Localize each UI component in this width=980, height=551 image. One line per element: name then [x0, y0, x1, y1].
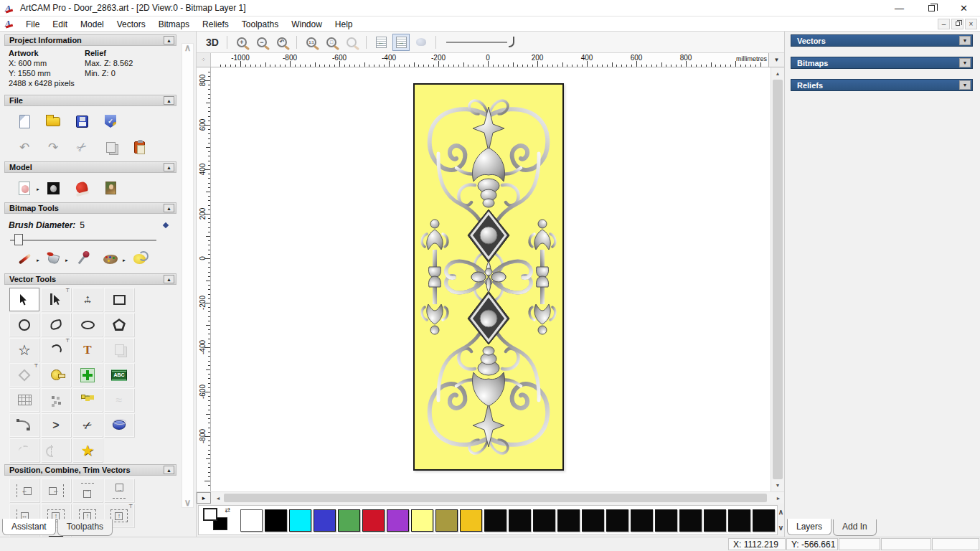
scroll-right-arrow-icon[interactable]: ► — [773, 492, 784, 504]
tab-toolpaths[interactable]: Toolpaths — [57, 519, 113, 536]
toggle-bitmap-visibility-button[interactable] — [413, 34, 430, 51]
greyscale-view-button[interactable] — [39, 177, 67, 199]
create-polyline-button[interactable] — [41, 313, 71, 336]
collapse-button[interactable]: ▲ — [164, 163, 174, 171]
colour-swatch-21[interactable] — [753, 509, 775, 532]
create-sharp-corner-button[interactable]: > — [41, 413, 71, 437]
create-ellipse-button[interactable] — [72, 313, 103, 336]
envelope-distort-button[interactable] — [9, 388, 39, 412]
menu-file[interactable]: File — [19, 18, 46, 31]
colour-swatch-14[interactable] — [582, 509, 604, 532]
colour-swatch-16[interactable] — [631, 509, 653, 532]
lighting-and-material-button[interactable] — [67, 177, 96, 199]
tab-layers[interactable]: Layers — [787, 519, 831, 535]
offset-vector-button[interactable]: ⊤ — [9, 363, 39, 387]
paste-button[interactable] — [125, 136, 154, 158]
colour-swatch-1[interactable] — [265, 509, 287, 532]
menu-edit[interactable]: Edit — [46, 18, 74, 31]
wrap-vectors-button[interactable]: ★ — [72, 438, 103, 462]
mdi-restore-icon[interactable] — [951, 19, 963, 29]
menu-window[interactable]: Window — [285, 18, 329, 31]
brush-diameter-slider[interactable] — [3, 230, 178, 246]
minimize-icon[interactable]: — — [883, 0, 915, 16]
zoom-to-fit-button[interactable] — [323, 34, 340, 51]
palette-scrollbar[interactable]: ∧ ∨ — [778, 505, 784, 535]
menu-bitmaps[interactable]: Bitmaps — [152, 18, 196, 31]
align-bottom-edge-button[interactable]: ↓ — [104, 479, 134, 502]
align-top-edge-button[interactable]: ↑ — [72, 479, 103, 502]
paint-brush-button[interactable]: ► — [10, 248, 39, 270]
palette-scroll-down-icon[interactable]: ∨ — [778, 524, 783, 532]
zoom-1-to-1-button[interactable] — [303, 34, 320, 51]
fit-arcs-to-vector-button[interactable] — [72, 388, 103, 412]
door-relief-artwork[interactable] — [413, 83, 564, 471]
close-icon[interactable]: ✕ — [948, 0, 980, 16]
colour-swatch-10[interactable] — [484, 509, 507, 532]
create-circle-button[interactable] — [9, 313, 39, 336]
measure-tool-button[interactable] — [41, 363, 71, 387]
colour-swatch-6[interactable] — [387, 509, 409, 532]
create-rectangle-button[interactable] — [104, 288, 134, 311]
set-model-size-button[interactable]: ► — [10, 177, 39, 199]
create-polygon-button[interactable] — [104, 313, 134, 336]
colour-swatch-20[interactable] — [728, 509, 750, 532]
create-star-button[interactable]: ☆ — [9, 338, 39, 362]
reliefs-header[interactable]: Reliefs ▼ — [791, 79, 973, 91]
colour-swatch-2[interactable] — [289, 509, 311, 532]
new-model-button[interactable] — [10, 110, 39, 132]
toggle-3d-view-button[interactable]: 3D — [204, 34, 221, 51]
cut-button[interactable]: ✂ — [67, 136, 96, 158]
tab-add-in[interactable]: Add In — [833, 519, 877, 536]
mdi-close-icon[interactable]: × — [965, 19, 977, 29]
menu-model[interactable]: Model — [74, 18, 110, 31]
align-left-edge-button[interactable]: ← — [9, 479, 39, 502]
zoom-out-button[interactable] — [253, 34, 270, 51]
primary-colour[interactable] — [203, 508, 217, 521]
block-paste-button[interactable] — [41, 388, 71, 412]
colour-swatch-18[interactable] — [679, 509, 702, 532]
colour-swatch-19[interactable] — [704, 509, 726, 532]
colour-swatch-7[interactable] — [411, 509, 433, 532]
vertical-scrollbar[interactable]: ▲ ▼ — [771, 67, 784, 491]
scroll-up-icon[interactable]: ∧ — [184, 44, 192, 52]
previous-bitmap-layer-button[interactable] — [372, 34, 390, 51]
zoom-in-button[interactable] — [233, 34, 250, 51]
colour-swatch-9[interactable] — [460, 509, 482, 532]
undo-button[interactable]: ↶ — [10, 136, 39, 158]
trim-vectors-button[interactable]: ✂ — [72, 413, 103, 437]
expand-reliefs-icon[interactable]: ▼ — [959, 80, 971, 90]
node-editing-button[interactable]: ⊤ — [41, 288, 71, 311]
zoom-to-selection-button[interactable] — [343, 34, 360, 51]
simplify-vectors-button[interactable]: ≈ — [104, 388, 134, 412]
colour-swatch-15[interactable] — [606, 509, 628, 532]
colour-swatch-12[interactable] — [533, 509, 555, 532]
menu-vectors[interactable]: Vectors — [110, 18, 152, 31]
primary-secondary-colour-chip[interactable]: ⇄ — [202, 507, 232, 533]
smooth-curve-button[interactable] — [9, 438, 39, 462]
tab-assistant[interactable]: Assistant — [2, 519, 56, 535]
colour-swatch-8[interactable] — [435, 509, 458, 532]
vectors-header[interactable]: Vectors ▼ — [791, 34, 973, 47]
menu-reliefs[interactable]: Reliefs — [196, 18, 235, 31]
redo-button[interactable]: ↷ — [39, 136, 67, 158]
colour-swatch-4[interactable] — [338, 509, 360, 532]
collapse-button[interactable]: ▲ — [164, 36, 174, 44]
transform-vectors-button[interactable]: ↔ — [72, 288, 103, 311]
restore-icon[interactable] — [915, 0, 948, 16]
texture-brush-button[interactable] — [125, 248, 154, 270]
mirror-vectors-button[interactable] — [41, 438, 71, 462]
next-bitmap-layer-button[interactable] — [392, 34, 410, 51]
palette-scroll-up-icon[interactable]: ∧ — [778, 508, 783, 517]
swap-colours-icon[interactable]: ⇄ — [225, 507, 230, 514]
create-text-button[interactable]: T — [72, 338, 103, 362]
scroll-down-icon[interactable]: ∨ — [184, 499, 192, 507]
colour-swatch-13[interactable] — [557, 509, 580, 532]
colour-swatch-0[interactable] — [240, 509, 263, 532]
vertical-scroll-thumb[interactable] — [773, 80, 783, 479]
collapse-button[interactable]: ▲ — [164, 96, 174, 105]
scroll-up-arrow-icon[interactable]: ▲ — [771, 67, 784, 80]
menu-help[interactable]: Help — [329, 18, 359, 31]
text-in-a-box-button[interactable] — [104, 338, 134, 362]
colour-swatch-3[interactable] — [314, 509, 336, 532]
ruler-units-dropdown[interactable]: ▼ — [768, 53, 784, 67]
